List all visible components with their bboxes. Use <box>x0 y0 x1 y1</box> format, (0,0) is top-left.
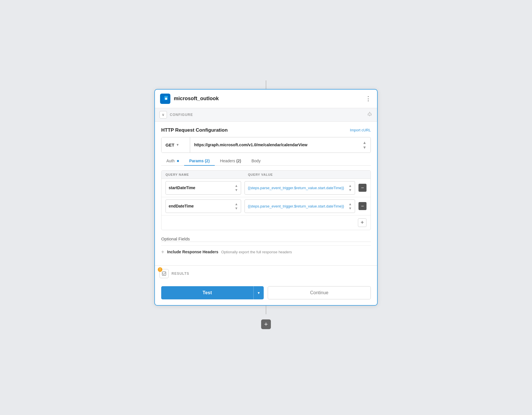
main-card: microsoft_outlook ⋮ ∨ CONFIGURE HTTP <box>154 89 378 306</box>
configure-left: ∨ CONFIGURE <box>159 111 193 118</box>
param-value-stepper-2: ▲▼ <box>348 202 352 210</box>
param-row-1: startDateTime ▲▼ {{steps.parse_event_tri… <box>161 179 371 197</box>
card-header: microsoft_outlook ⋮ <box>155 90 377 108</box>
add-param-button[interactable]: + <box>358 218 367 227</box>
card-body: HTTP Request Configuration Import cURL G… <box>155 122 377 264</box>
param-name-value-2: endDateTime <box>169 204 194 208</box>
param-value-field-1[interactable]: {{steps.parse_event_trigger.$return_valu… <box>245 181 355 195</box>
tab-headers[interactable]: Headers (2) <box>215 156 246 165</box>
method-label: GET <box>165 143 174 147</box>
http-config-title: HTTP Request Configuration <box>161 127 228 133</box>
continue-button[interactable]: Continue <box>268 286 371 299</box>
outlook-icon <box>160 94 170 104</box>
param-value-stepper-1: ▲▼ <box>348 184 352 192</box>
optional-include-headers[interactable]: + Include Response Headers Optionally ex… <box>161 245 371 258</box>
optional-fields-title: Optional Fields <box>161 236 190 241</box>
card-header-left: microsoft_outlook <box>160 94 219 104</box>
results-label: RESULTS <box>172 272 189 276</box>
test-button[interactable]: Test <box>161 286 253 299</box>
optional-item-title: Include Response Headers <box>167 250 218 254</box>
connector-top <box>266 80 266 89</box>
param-value-field-2[interactable]: {{steps.parse_event_trigger.$return_valu… <box>245 199 355 213</box>
configure-bar: ∨ CONFIGURE <box>155 108 377 122</box>
test-btn-group: Test ▾ <box>161 286 264 299</box>
remove-param-2[interactable]: − <box>358 202 367 210</box>
param-name-stepper-2: ▲▼ <box>235 202 238 210</box>
pin-icon[interactable] <box>367 111 373 118</box>
optional-item-desc: Optionally export the full response head… <box>221 250 292 254</box>
optional-plus-icon: + <box>161 249 164 255</box>
tab-body[interactable]: Body <box>246 156 266 165</box>
param-name-field-2[interactable]: endDateTime ▲▼ <box>165 199 241 213</box>
method-chevron-icon: ▾ <box>177 143 178 147</box>
test-dropdown-chevron-icon: ▾ <box>258 290 260 295</box>
results-badge: ! <box>158 267 162 272</box>
optional-fields-section: Optional Fields + Include Response Heade… <box>161 236 371 258</box>
test-dropdown-button[interactable]: ▾ <box>253 286 264 299</box>
col-query-value: QUERY VALUE <box>248 173 367 176</box>
param-name-stepper-1: ▲▼ <box>235 184 238 192</box>
configure-label: CONFIGURE <box>170 113 193 117</box>
results-icon-wrapper: ! <box>159 269 169 278</box>
tab-auth[interactable]: Auth <box>161 156 184 165</box>
svg-point-2 <box>165 98 167 100</box>
results-bar: ! RESULTS <box>155 265 377 282</box>
connector-bottom <box>266 306 266 314</box>
param-value-text-2: {{steps.parse_event_trigger.$return_valu… <box>248 204 344 208</box>
add-step-button[interactable]: + <box>261 319 271 329</box>
col-query-name: QUERY NAME <box>165 173 245 176</box>
url-stepper-icon: ▲ ▼ <box>362 140 367 150</box>
bottom-buttons: Test ▾ Continue <box>155 282 377 305</box>
params-table-header: QUERY NAME QUERY VALUE <box>161 171 371 179</box>
param-row-2: endDateTime ▲▼ {{steps.parse_event_trigg… <box>161 197 371 216</box>
headers-count: (2) <box>236 159 241 163</box>
http-config-header: HTTP Request Configuration Import cURL <box>161 127 371 133</box>
configure-chevron-button[interactable]: ∨ <box>159 111 167 118</box>
params-table: QUERY NAME QUERY VALUE startDateTime ▲▼ … <box>161 170 371 230</box>
add-step-icon: + <box>264 321 268 328</box>
tab-params[interactable]: Params (2) <box>184 156 215 165</box>
auth-dot <box>177 160 179 162</box>
param-name-field-1[interactable]: startDateTime ▲▼ <box>165 181 241 195</box>
url-input-wrapper[interactable]: https://graph.microsoft.com/v1.0/me/cale… <box>190 137 371 153</box>
method-url-row: GET ▾ https://graph.microsoft.com/v1.0/m… <box>161 137 371 153</box>
more-menu-button[interactable]: ⋮ <box>365 95 372 102</box>
remove-param-1[interactable]: − <box>358 184 367 192</box>
url-value: https://graph.microsoft.com/v1.0/me/cale… <box>194 143 360 147</box>
app-title: microsoft_outlook <box>174 96 219 102</box>
add-row: + <box>161 216 371 230</box>
method-select[interactable]: GET ▾ <box>161 137 190 153</box>
import-curl-link[interactable]: Import cURL <box>350 128 371 132</box>
params-count: (2) <box>205 159 210 163</box>
optional-divider <box>161 242 371 242</box>
tabs-row: Auth Params (2) Headers (2) Body <box>161 156 371 166</box>
param-value-text-1: {{steps.parse_event_trigger.$return_valu… <box>248 186 344 190</box>
param-name-value-1: startDateTime <box>169 185 195 190</box>
